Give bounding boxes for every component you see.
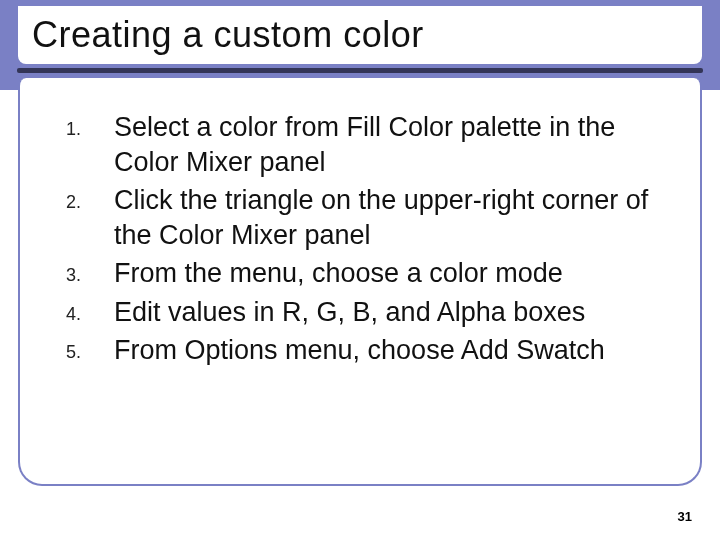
title-underline <box>17 68 703 73</box>
list-item: From Options menu, choose Add Swatch <box>46 333 660 368</box>
page-number: 31 <box>678 509 692 524</box>
title-box: Creating a custom color <box>18 6 702 64</box>
slide-title: Creating a custom color <box>32 14 424 56</box>
list-item: Select a color from Fill Color palette i… <box>46 110 660 179</box>
list-item: Click the triangle on the upper-right co… <box>46 183 660 252</box>
content-box: Select a color from Fill Color palette i… <box>18 78 702 486</box>
list-item: From the menu, choose a color mode <box>46 256 660 291</box>
list-item: Edit values in R, G, B, and Alpha boxes <box>46 295 660 330</box>
step-list: Select a color from Fill Color palette i… <box>46 110 660 368</box>
